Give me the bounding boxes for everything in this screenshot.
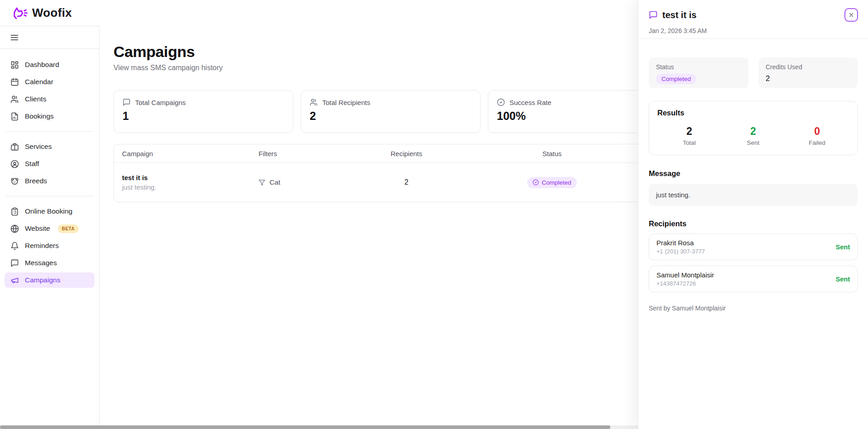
results-sent: 2 Sent [721,125,785,146]
credits-value: 2 [766,74,851,83]
calendar-icon [10,78,19,86]
sidebar-item-reminders[interactable]: Reminders [5,238,94,253]
sidebar-item-label: Bookings [25,112,54,120]
sidebar-item-dashboard[interactable]: Dashboard [5,57,94,72]
sidebar-item-messages[interactable]: Messages [5,255,94,271]
sidebar-item-breeds[interactable]: Breeds [5,173,94,189]
message-body: just testing. [649,184,858,206]
check-circle-icon [497,98,505,106]
sidebar-item-label: Website [25,224,50,233]
file-chart-icon [10,112,19,121]
recipient-row: Prakrit Rosa +1 (201) 307-3777 Sent [649,234,858,260]
dog-icon [10,177,19,186]
message-section: Message just testing. [649,169,858,206]
message-heading: Message [649,169,858,178]
campaign-detail-drawer: test it is Jan 2, 2026 3:45 AM Status Co… [638,0,868,429]
sidebar-item-label: Staff [25,160,39,168]
recipient-name: Prakrit Rosa [656,239,705,247]
sidebar-item-label: Campaigns [25,276,60,284]
column-header-recipients: Recipients [367,150,446,157]
campaign-name: test it is [122,174,259,181]
brand-logo[interactable]: Woofix [12,5,72,21]
credits-label: Credits Used [766,63,851,71]
check-circle-icon [533,179,539,186]
sidebar-item-label: Dashboard [25,61,59,69]
recipient-name: Samuel Montplaisir [656,271,714,279]
status-label: Status [656,63,741,71]
results-total: 2 Total [657,125,721,146]
sidebar-item-label: Clients [25,95,46,103]
sidebar-item-bookings[interactable]: Bookings [5,109,94,124]
sidebar-divider [5,131,94,132]
recipients-count: 2 [367,178,446,186]
campaign-description: just testing. [122,183,259,191]
recipients-section: Recipients Prakrit Rosa +1 (201) 307-377… [649,219,858,292]
column-header-status: Status [446,150,658,157]
users-icon [10,95,19,104]
filter-funnel-icon [259,179,265,186]
bell-icon [10,242,19,250]
briefcase-icon [10,143,19,151]
horizontal-scrollbar[interactable] [0,425,638,429]
recipient-phone: +14387472726 [656,280,714,287]
results-heading: Results [657,109,849,117]
scrollbar-thumb[interactable] [0,425,610,429]
campaign-timestamp: Jan 2, 2026 3:45 AM [649,27,858,34]
megaphone-icon [10,276,19,285]
recipient-status: Sent [836,276,850,283]
results-failed: 0 Failed [785,125,849,146]
sidebar-item-label: Services [25,143,52,151]
sidebar-item-services[interactable]: Services [5,139,94,154]
results-card: Results 2 Total 2 Sent 0 Failed [649,101,858,155]
table-row[interactable]: test it is just testing. Cat 2 Completed [114,163,667,202]
drawer-title: test it is [662,10,697,20]
status-badge: Completed [527,177,576,188]
stat-value: 2 [310,110,472,123]
close-button[interactable] [844,8,858,22]
sidebar-item-clients[interactable]: Clients [5,91,94,107]
users-icon [310,98,318,106]
recipients-heading: Recipients [649,219,858,228]
sidebar-item-online-booking[interactable]: Online Booking [5,204,94,219]
credits-card: Credits Used 2 [759,57,858,88]
sidebar-item-website[interactable]: Website BETA [5,221,94,236]
table-header: Campaign Filters Recipients Status [114,144,667,163]
sent-by-text: Sent by Samuel Montplaisir [649,305,858,312]
sidebar-item-calendar[interactable]: Calendar [5,74,94,90]
woofix-dog-icon [12,5,28,21]
message-icon [10,259,19,267]
recipient-row: Samuel Montplaisir +14387472726 Sent [649,266,858,292]
stat-card-total-campaigns: Total Campaigns 1 [113,90,293,133]
dashboard-icon [10,61,19,69]
message-icon [123,98,131,106]
message-icon [649,10,658,19]
recipient-status: Sent [836,243,850,251]
sidebar-item-label: Reminders [25,242,59,250]
brand-name: Woofix [32,6,72,20]
sidebar-item-campaigns[interactable]: Campaigns [5,272,94,288]
sidebar-divider [5,196,94,196]
user-circle-icon [10,160,19,168]
campaigns-table: Campaign Filters Recipients Status test … [113,144,668,202]
recipient-phone: +1 (201) 307-3777 [656,248,705,255]
filter-value: Cat [269,178,280,186]
column-header-filters: Filters [259,150,367,157]
sidebar-item-staff[interactable]: Staff [5,156,94,172]
stat-value: 1 [123,110,284,123]
stat-label: Total Campaigns [135,99,186,106]
stat-label: Total Recipients [322,99,370,106]
menu-icon[interactable] [10,33,19,42]
stat-card-total-recipients: Total Recipients 2 [301,90,481,133]
status-badge: Completed [656,74,696,84]
stat-value: 100% [497,110,659,123]
sidebar-item-label: Breeds [25,177,47,185]
sidebar-item-label: Online Booking [25,207,72,215]
drawer-header: test it is Jan 2, 2026 3:45 AM [638,0,868,39]
stat-label: Success Rate [509,99,552,106]
status-card: Status Completed [649,57,748,88]
clipboard-icon [10,207,19,216]
column-header-campaign: Campaign [114,150,259,157]
globe-icon [10,224,19,233]
close-icon [848,12,854,18]
sidebar: Dashboard Calendar Clients Bookings Serv… [0,26,99,429]
